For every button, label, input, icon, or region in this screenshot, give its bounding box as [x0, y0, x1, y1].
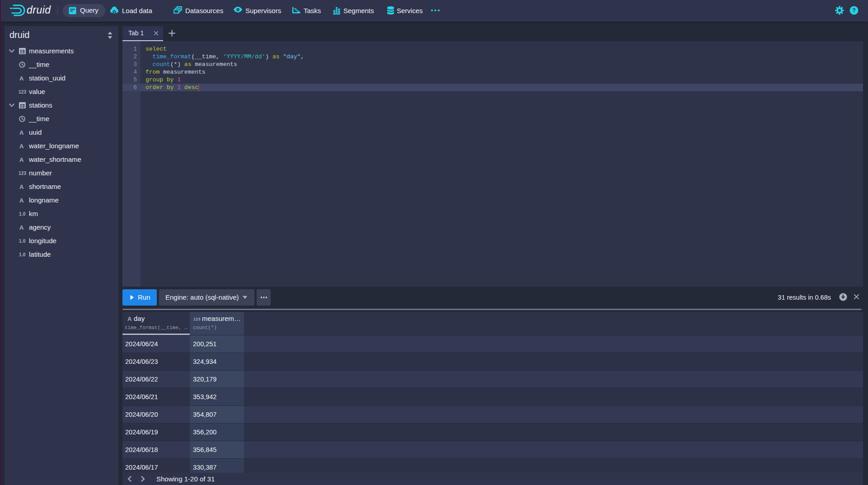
svg-text:?: ?	[852, 7, 856, 14]
